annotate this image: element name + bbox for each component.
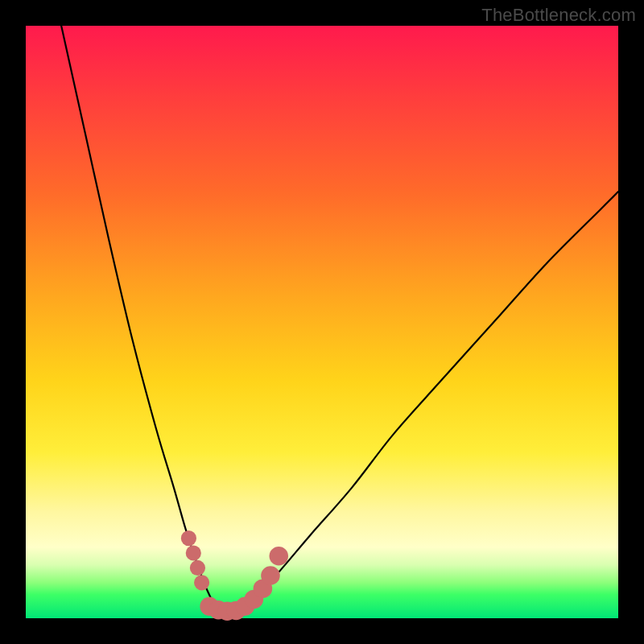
- curve-marker: [261, 566, 280, 585]
- curve-marker: [194, 575, 209, 590]
- curve-marker: [181, 530, 196, 546]
- watermark-text: TheBottleneck.com: [481, 5, 636, 26]
- chart-overlay: [26, 26, 618, 618]
- marker-group: [181, 530, 288, 621]
- curve-marker: [186, 545, 201, 560]
- chart-frame: TheBottleneck.com: [0, 0, 644, 644]
- curve-marker: [190, 560, 205, 576]
- curve-marker: [269, 547, 288, 566]
- curve-left: [61, 26, 224, 618]
